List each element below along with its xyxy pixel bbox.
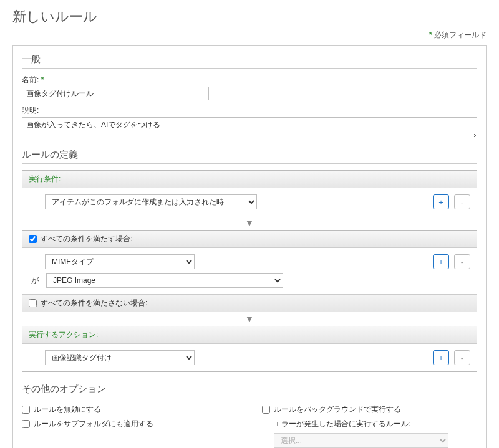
action-add-button[interactable]: + xyxy=(433,350,449,365)
if-none-header: すべての条件を満たさない場合: xyxy=(22,294,477,312)
error-rule-label: エラーが発生した場合に実行するルール: xyxy=(274,419,410,429)
criteria-remove-button[interactable]: - xyxy=(454,254,470,269)
if-none-label: すべての条件を満たさない場合: xyxy=(41,298,147,308)
apply-subfolders-row[interactable]: ルールをサブフォルダにも適用する xyxy=(22,419,237,429)
when-select[interactable]: アイテムがこのフォルダに作成または入力された時 xyxy=(45,194,257,209)
page-title: 新しいルール xyxy=(12,7,487,26)
action-select[interactable]: 画像認識タグ付け xyxy=(45,350,195,365)
criteria-op-label: が xyxy=(29,275,41,286)
disable-rule-row[interactable]: ルールを無効にする xyxy=(22,404,237,415)
required-field-hint: * 必須フィールド xyxy=(12,30,487,41)
disable-rule-label: ルールを無効にする xyxy=(34,404,101,415)
description-input[interactable]: 画像が入ってきたら、AIでタグをつける xyxy=(22,117,477,138)
arrow-down-icon: ▼ xyxy=(22,315,477,323)
action-remove-button[interactable]: - xyxy=(454,350,470,365)
disable-rule-checkbox[interactable] xyxy=(22,406,30,414)
name-label: 名前: * xyxy=(22,75,477,85)
arrow-down-icon: ▼ xyxy=(22,219,477,227)
apply-subfolders-label: ルールをサブフォルダにも適用する xyxy=(34,419,153,429)
if-box: すべての条件を満たす場合: MIMEタイプ + - が JPEG Image す… xyxy=(22,230,477,312)
section-other-heading: その他のオプション xyxy=(22,383,477,398)
apply-subfolders-checkbox[interactable] xyxy=(22,420,30,428)
if-none-checkbox[interactable] xyxy=(29,299,37,307)
run-background-checkbox[interactable] xyxy=(262,406,270,414)
error-rule-select: 選択... xyxy=(274,433,448,448)
if-all-header: すべての条件を満たす場合: xyxy=(22,231,477,248)
action-box: 実行するアクション: 画像認識タグ付け + - xyxy=(22,326,477,372)
if-all-checkbox[interactable] xyxy=(29,235,37,243)
when-remove-button[interactable]: - xyxy=(454,194,470,209)
action-header: 実行するアクション: xyxy=(22,326,477,344)
run-background-row[interactable]: ルールをバックグラウンドで実行する xyxy=(262,404,477,415)
name-input[interactable] xyxy=(22,87,209,100)
when-box: 実行条件: アイテムがこのフォルダに作成または入力された時 + - xyxy=(22,170,477,216)
criteria-type-select[interactable]: MIMEタイプ xyxy=(45,254,195,269)
rule-form-panel: 一般 名前: * 説明: 画像が入ってきたら、AIでタグをつける ルールの定義 … xyxy=(12,45,487,448)
when-add-button[interactable]: + xyxy=(433,194,449,209)
when-header: 実行条件: xyxy=(22,171,477,188)
criteria-value-select[interactable]: JPEG Image xyxy=(46,273,283,288)
criteria-add-button[interactable]: + xyxy=(433,254,449,269)
section-definition-heading: ルールの定義 xyxy=(22,149,477,164)
run-background-label: ルールをバックグラウンドで実行する xyxy=(274,404,401,415)
if-all-label: すべての条件を満たす場合: xyxy=(41,234,132,244)
section-general-heading: 一般 xyxy=(22,54,477,69)
description-label: 説明: xyxy=(22,105,477,116)
